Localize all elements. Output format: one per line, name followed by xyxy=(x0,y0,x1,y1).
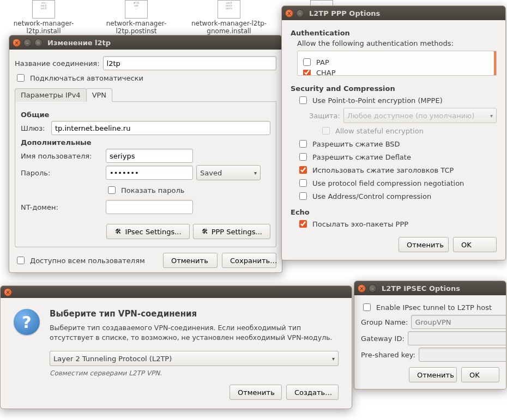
vpn-type-dialog: ? Выберите тип VPN-соединения Выберите т… xyxy=(0,285,352,409)
tcpheader-checkbox[interactable] xyxy=(299,166,307,174)
psk-label: Pre-shared key: xyxy=(361,351,415,359)
save-button[interactable]: Сохранить… xyxy=(222,253,276,268)
auth-methods-list[interactable]: PAP CHAP xyxy=(297,51,497,76)
auth-pap-checkbox[interactable] xyxy=(303,58,311,66)
section-security: Security and Compression xyxy=(291,84,497,93)
maximize-icon[interactable] xyxy=(34,39,43,47)
gateway-id-input xyxy=(408,331,506,345)
pfc-checkbox[interactable] xyxy=(299,179,307,187)
password-mode-combo[interactable]: Saved▾ xyxy=(196,165,261,180)
chevron-down-icon: ▾ xyxy=(254,170,257,176)
minimize-icon[interactable] xyxy=(296,9,304,17)
allusers-checkbox[interactable] xyxy=(17,257,25,264)
vpn-type-note: Совместим серверами L2TP VPN. xyxy=(50,369,339,377)
gateway-id-label: Gateway ID: xyxy=(361,334,405,343)
dialog-description: Выберите тип создаваемого VPN-соединения… xyxy=(50,323,339,342)
section-optional: Дополнительные xyxy=(21,138,270,147)
close-icon[interactable] xyxy=(285,9,293,17)
cancel-button[interactable]: Отменить xyxy=(399,237,449,252)
titlebar[interactable]: Изменение l2tp xyxy=(9,35,282,50)
wrench-icon: 🛠 xyxy=(114,228,122,235)
auth-chap-checkbox[interactable] xyxy=(303,70,311,75)
gateway-label: Шлюз: xyxy=(21,124,48,132)
cancel-button[interactable]: Отменить xyxy=(230,385,282,400)
wrench-icon: 🛠 xyxy=(201,228,209,235)
connection-name-input[interactable] xyxy=(103,56,276,70)
tab-vpn[interactable]: VPN xyxy=(86,88,112,102)
titlebar[interactable] xyxy=(1,286,352,298)
chevron-down-icon: ▾ xyxy=(332,356,335,362)
scrollbar[interactable] xyxy=(494,51,496,75)
create-button[interactable]: Создать… xyxy=(286,385,339,400)
auth-desc: Allow the following authentication metho… xyxy=(297,39,497,47)
show-password-checkbox[interactable] xyxy=(108,186,116,194)
close-icon[interactable] xyxy=(4,288,12,296)
bsd-checkbox[interactable] xyxy=(299,140,307,148)
psk-input xyxy=(419,348,506,362)
dialog-heading: Выберите тип VPN-соединения xyxy=(50,309,339,319)
connection-name-label: Название соединения: xyxy=(15,59,100,68)
titlebar[interactable]: L2TP PPP Options xyxy=(282,6,505,20)
password-input[interactable] xyxy=(106,166,193,180)
chevron-down-icon: ▾ xyxy=(490,113,493,119)
ppp-options-window: L2TP PPP Options Authentication Allow th… xyxy=(281,5,506,260)
window-title: L2TP PPP Options xyxy=(309,9,502,17)
question-icon: ? xyxy=(14,309,40,335)
desktop-file[interactable]: etcusr/lusr/l network-manager-l2tp.insta… xyxy=(5,0,82,35)
autoconnect-checkbox[interactable] xyxy=(17,74,25,82)
minimize-icon[interactable] xyxy=(23,39,32,47)
show-password-label: Показать пароль xyxy=(121,186,184,194)
enable-ipsec-checkbox[interactable] xyxy=(363,303,371,311)
mppe-checkbox[interactable] xyxy=(299,96,307,104)
desktop-file[interactable]: usr/lusr/susr/s network-manager-l2tp-gno… xyxy=(191,0,267,35)
vpn-type-combo[interactable]: Layer 2 Tunneling Protocol (L2TP) ▾ xyxy=(50,351,339,366)
ipsec-settings-button[interactable]: 🛠 IPsec Settings... xyxy=(106,224,189,239)
cancel-button[interactable]: Отменить xyxy=(409,367,457,382)
close-icon[interactable] xyxy=(358,284,366,293)
ok-button[interactable]: OK xyxy=(461,367,499,382)
ntdomain-label: NT-домен: xyxy=(21,203,102,211)
tab-ipv4[interactable]: Параметры IPv4 xyxy=(15,88,87,102)
ipsec-options-window: L2TP IPSEC Options Enable IPsec tunnel t… xyxy=(354,281,506,389)
autoconnect-label: Подключаться автоматически xyxy=(30,74,143,82)
ppp-settings-button[interactable]: 🛠 PPP Settings... xyxy=(193,224,270,239)
group-name-label: Group Name: xyxy=(361,318,408,326)
section-auth: Authentication xyxy=(291,29,497,37)
ok-button[interactable]: OK xyxy=(453,237,497,252)
desktop-file[interactable]: #!/bset... network-manager-l2tp.postinst xyxy=(98,0,174,35)
group-name-input xyxy=(411,315,506,329)
protect-combo: Любое доступное (по умолчанию)▾ xyxy=(343,108,497,123)
window-title: L2TP IPSEC Options xyxy=(382,284,503,293)
close-icon[interactable] xyxy=(13,39,21,47)
username-label: Имя пользователя: xyxy=(21,152,102,160)
gateway-input[interactable] xyxy=(51,121,270,135)
allusers-label: Доступно всем пользователям xyxy=(30,257,145,265)
titlebar[interactable]: L2TP IPSEC Options xyxy=(354,281,506,295)
cancel-button[interactable]: Отменить xyxy=(163,253,218,268)
stateful-checkbox xyxy=(322,127,330,135)
deflate-checkbox[interactable] xyxy=(299,153,307,161)
minimize-icon[interactable] xyxy=(369,284,377,293)
section-echo: Echo xyxy=(291,208,497,216)
edit-connection-window: Изменение l2tp Название соединения: Подк… xyxy=(9,35,282,273)
acc-checkbox[interactable] xyxy=(299,192,307,200)
protect-label: Защита: xyxy=(309,112,340,120)
username-input[interactable] xyxy=(106,149,193,163)
password-label: Пароль: xyxy=(21,169,102,177)
ntdomain-input[interactable] xyxy=(106,200,193,214)
window-title: Изменение l2tp xyxy=(47,39,279,47)
section-general: Общие xyxy=(21,111,270,119)
echo-checkbox[interactable] xyxy=(299,220,307,228)
